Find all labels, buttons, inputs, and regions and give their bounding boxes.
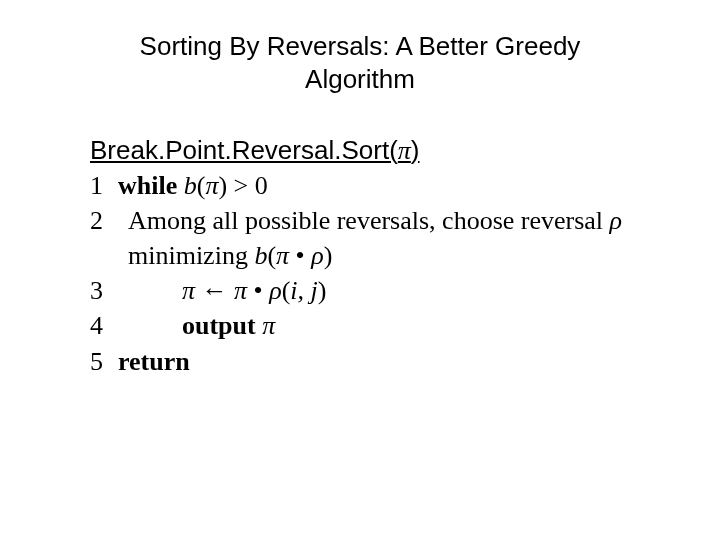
- arrow: ←: [195, 276, 234, 305]
- step-1-num: 1: [90, 168, 118, 203]
- step-2-text2: minimizing: [128, 241, 254, 270]
- step-2: 2 Among all possible reversals, choose r…: [90, 203, 630, 273]
- var-j: j: [311, 276, 318, 305]
- keyword-return: return: [118, 347, 190, 376]
- algorithm-body: Break.Point.Reversal.Sort(π) 1 while b(π…: [90, 133, 630, 379]
- cond-rest: ) > 0: [218, 171, 267, 200]
- var-pi-3a: π: [182, 276, 195, 305]
- keyword-output: output: [182, 311, 256, 340]
- var-pi-2: π: [276, 241, 289, 270]
- var-pi-4: π: [256, 311, 276, 340]
- step-3-num: 3: [90, 273, 118, 308]
- step-2-text1: Among all possible reversals, choose rev…: [128, 206, 610, 235]
- step-5: 5 return: [90, 344, 630, 379]
- slide-container: Sorting By Reversals: A Better Greedy Al…: [0, 0, 720, 409]
- comma-3: ,: [298, 276, 311, 305]
- step-2-num: 2: [90, 203, 118, 238]
- step-1: 1 while b(π) > 0: [90, 168, 630, 203]
- var-rho: ρ: [610, 206, 622, 235]
- dot-3: •: [247, 276, 269, 305]
- var-b-2: b: [254, 241, 267, 270]
- var-pi-3b: π: [234, 276, 247, 305]
- paren-open-2: (: [267, 241, 276, 270]
- var-rho-3: ρ: [269, 276, 281, 305]
- step-3: 3 π ← π • ρ(i, j): [90, 273, 630, 308]
- slide-title: Sorting By Reversals: A Better Greedy Al…: [90, 30, 630, 95]
- close-2: ): [324, 241, 333, 270]
- var-pi: π: [205, 171, 218, 200]
- function-signature: Break.Point.Reversal.Sort(π): [90, 133, 630, 168]
- fn-name-post: ): [411, 135, 420, 165]
- keyword-while: while: [118, 171, 177, 200]
- var-b: b: [184, 171, 197, 200]
- fn-name-pre: Break.Point.Reversal.Sort(: [90, 135, 398, 165]
- fn-arg-pi: π: [398, 136, 411, 165]
- close-3: ): [318, 276, 327, 305]
- step-4-num: 4: [90, 308, 118, 343]
- step-4: 4 output π: [90, 308, 630, 343]
- var-rho-2: ρ: [311, 241, 323, 270]
- step-5-num: 5: [90, 344, 118, 379]
- dot-2: •: [289, 241, 311, 270]
- var-i: i: [290, 276, 297, 305]
